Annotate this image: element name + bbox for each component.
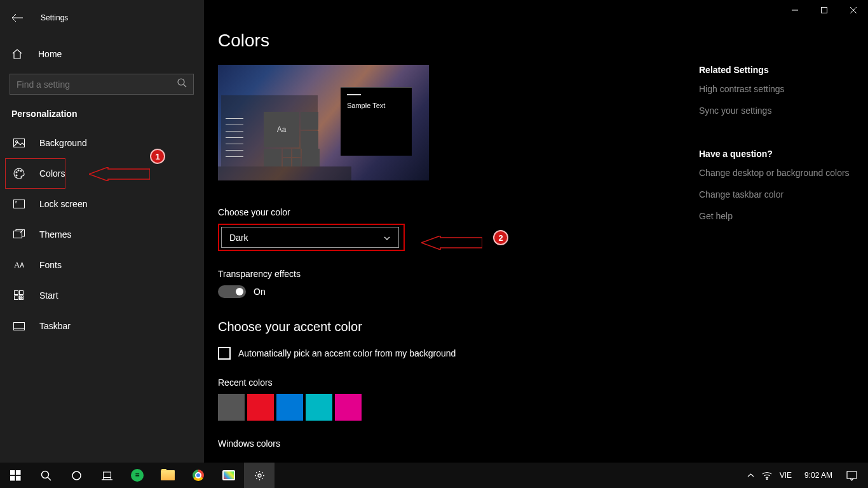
- svg-rect-17: [14, 322, 25, 330]
- annotation-arrow-1: [89, 167, 150, 184]
- have-question-title: Have a question?: [699, 149, 851, 159]
- svg-rect-27: [847, 471, 857, 478]
- link-high-contrast[interactable]: High contrast settings: [699, 84, 851, 94]
- back-arrow-icon: [11, 13, 23, 22]
- svg-rect-24: [103, 471, 111, 477]
- svg-point-22: [41, 471, 48, 478]
- sidebar-item-start[interactable]: Start: [0, 280, 204, 311]
- sidebar-item-themes[interactable]: Themes: [0, 219, 204, 250]
- annotation-box-2: Dark: [218, 224, 405, 251]
- sidebar-item-label: Start: [39, 290, 58, 301]
- svg-point-5: [18, 170, 19, 171]
- task-view-button[interactable]: [92, 463, 122, 488]
- taskbar-app-paint[interactable]: [214, 463, 244, 488]
- svg-rect-13: [20, 296, 22, 298]
- sidebar-item-lock-screen[interactable]: Lock screen: [0, 189, 204, 219]
- sidebar-item-label: Colors: [39, 168, 65, 179]
- svg-point-7: [16, 175, 17, 176]
- svg-rect-10: [15, 291, 18, 295]
- auto-pick-checkbox[interactable]: [218, 347, 231, 360]
- lock-screen-icon: [13, 200, 25, 208]
- svg-rect-12: [15, 296, 18, 300]
- svg-point-23: [72, 471, 81, 480]
- tray-chevron-up-icon[interactable]: [747, 472, 754, 479]
- color-swatch[interactable]: [247, 394, 274, 421]
- sidebar-item-label: Themes: [39, 229, 72, 240]
- link-change-taskbar-color[interactable]: Change taskbar color: [699, 189, 851, 200]
- color-swatch[interactable]: [276, 394, 303, 421]
- accent-heading: Choose your accent color: [218, 320, 868, 334]
- themes-icon: [13, 229, 25, 240]
- transparency-state: On: [254, 287, 266, 297]
- chevron-down-icon: [383, 234, 391, 241]
- auto-pick-label: Automatically pick an accent color from …: [238, 348, 456, 358]
- link-change-desktop-colors[interactable]: Change desktop or background colors: [699, 168, 851, 178]
- related-rail: Related Settings High contrast settings …: [699, 65, 851, 233]
- picture-icon: [13, 139, 25, 147]
- svg-point-4: [16, 172, 17, 173]
- taskbar-app-settings[interactable]: [244, 463, 275, 488]
- color-swatch[interactable]: [306, 394, 332, 421]
- transparency-toggle[interactable]: [218, 285, 246, 298]
- svg-point-26: [766, 478, 768, 480]
- color-swatch[interactable]: [218, 394, 245, 421]
- cortana-button[interactable]: [61, 463, 92, 488]
- sidebar-item-fonts[interactable]: AA Fonts: [0, 250, 204, 280]
- home-icon: [11, 48, 24, 60]
- svg-rect-11: [20, 291, 24, 295]
- svg-rect-18: [10, 470, 15, 475]
- page-title: Colors: [218, 30, 868, 51]
- annotation-arrow-2: [421, 236, 482, 252]
- svg-rect-2: [14, 139, 25, 147]
- choose-color-dropdown[interactable]: Dark: [221, 227, 399, 248]
- taskbar-app-chrome[interactable]: [183, 463, 214, 488]
- search-input-container[interactable]: [10, 74, 194, 95]
- svg-rect-20: [10, 476, 15, 481]
- svg-rect-15: [20, 298, 22, 300]
- ime-indicator[interactable]: VIE: [780, 471, 792, 480]
- taskbar-app-explorer[interactable]: [153, 463, 183, 488]
- link-sync-settings[interactable]: Sync your settings: [699, 105, 851, 116]
- window-title: Settings: [41, 13, 68, 22]
- svg-point-25: [258, 474, 261, 477]
- home-label: Home: [38, 49, 62, 59]
- wifi-icon[interactable]: [762, 471, 772, 480]
- link-get-help[interactable]: Get help: [699, 211, 851, 221]
- transparency-label: Transparency effects: [218, 269, 868, 279]
- color-swatch[interactable]: [335, 394, 362, 421]
- color-preview: Aa Sample Text: [218, 65, 429, 180]
- taskbar-app-spotify[interactable]: ≡: [122, 463, 153, 488]
- palette-icon: [13, 168, 25, 179]
- search-input[interactable]: [17, 79, 177, 90]
- svg-point-1: [178, 79, 184, 85]
- sidebar: Settings Home Personalization Background…: [0, 0, 204, 463]
- windows-colors-label: Windows colors: [218, 438, 868, 449]
- sidebar-item-background[interactable]: Background: [0, 128, 204, 158]
- svg-rect-21: [16, 476, 21, 481]
- home-nav[interactable]: Home: [0, 41, 204, 67]
- annotation-badge-1: 1: [150, 149, 165, 164]
- choose-color-value: Dark: [229, 233, 248, 243]
- search-icon: [177, 78, 187, 90]
- search-button[interactable]: [31, 463, 61, 488]
- sidebar-item-taskbar[interactable]: Taskbar: [0, 311, 204, 341]
- action-center-button[interactable]: [839, 470, 864, 481]
- related-settings-title: Related Settings: [699, 65, 851, 75]
- svg-point-6: [20, 170, 22, 172]
- fonts-icon: AA: [13, 260, 25, 270]
- sidebar-item-colors[interactable]: Colors: [5, 158, 65, 189]
- preview-sample-text: Sample Text: [347, 102, 405, 109]
- taskbar-clock[interactable]: 9:02 AM: [798, 471, 839, 480]
- svg-rect-16: [22, 298, 24, 300]
- preview-tile-aa: Aa: [264, 112, 299, 147]
- sidebar-item-label: Lock screen: [39, 199, 87, 209]
- section-title: Personalization: [0, 95, 204, 128]
- taskbar-icon: [13, 322, 25, 330]
- recent-colors-label: Recent colors: [218, 377, 868, 388]
- start-button[interactable]: [0, 463, 31, 488]
- start-tiles-icon: [13, 290, 25, 301]
- annotation-badge-2: 2: [493, 230, 508, 245]
- back-button[interactable]: Settings: [0, 5, 204, 30]
- svg-rect-19: [16, 470, 21, 475]
- sidebar-item-label: Taskbar: [39, 321, 71, 331]
